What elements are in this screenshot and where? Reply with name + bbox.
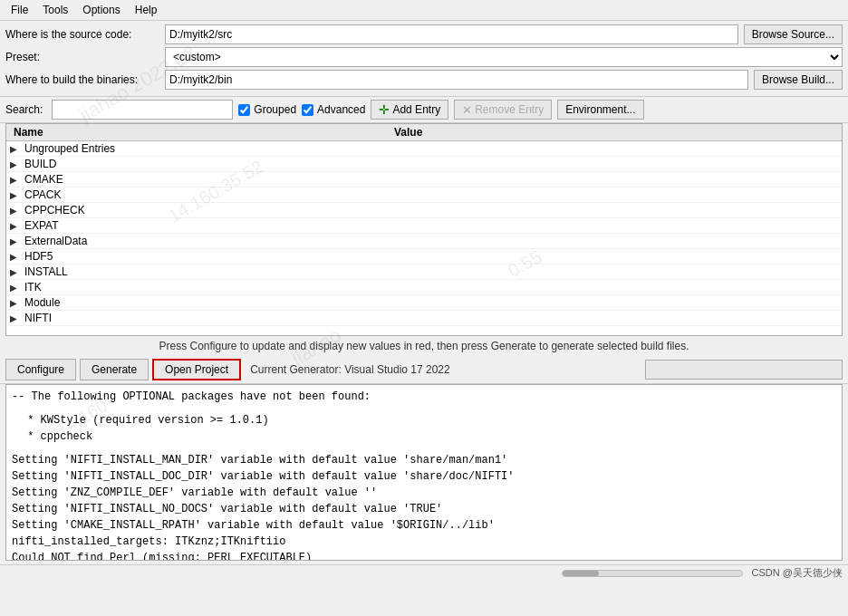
grouped-checkbox[interactable] — [238, 104, 250, 116]
row-name: BUILD — [24, 158, 390, 170]
table-rows: ▶ Ungrouped Entries ▶ BUILD ▶ CMAKE ▶ CP… — [6, 141, 842, 326]
environment-label: Environment... — [565, 103, 635, 116]
table-row[interactable]: ▶ CPACK — [6, 188, 842, 203]
grouped-checkbox-label[interactable]: Grouped — [238, 103, 296, 116]
row-name: Module — [24, 296, 390, 309]
table-row[interactable]: ▶ ExternalData — [6, 234, 842, 249]
table-row[interactable]: ▶ ITK — [6, 280, 842, 295]
tree-arrow: ▶ — [10, 159, 24, 169]
configure-button[interactable]: Configure — [5, 359, 76, 380]
tree-arrow: ▶ — [10, 283, 24, 293]
row-name: HDF5 — [24, 250, 390, 263]
tree-arrow: ▶ — [10, 252, 24, 262]
table-row[interactable]: ▶ Ungrouped Entries — [6, 141, 842, 157]
bottom-bar: CSDN @吴天德少侠 — [0, 564, 848, 581]
remove-entry-button[interactable]: ✕ Remove Entry — [454, 100, 552, 120]
grouped-label: Grouped — [254, 103, 296, 116]
generate-button[interactable]: Generate — [80, 359, 149, 380]
menu-options[interactable]: Options — [75, 2, 127, 18]
row-name: CPPCHECK — [24, 204, 390, 217]
table-header: Name Value — [6, 124, 842, 141]
log-line: Could NOT find Perl (missing: PERL_EXECU… — [12, 550, 836, 561]
log-line: nifti_installed_targets: ITKznz;ITKnifti… — [12, 534, 836, 550]
build-label: Where to build the binaries: — [5, 73, 159, 86]
environment-button[interactable]: Environment... — [557, 100, 643, 120]
tree-arrow: ▶ — [10, 190, 24, 200]
log-line: * KWStyle (required version >= 1.0.1) — [12, 412, 836, 428]
search-label: Search: — [5, 103, 43, 116]
table-row[interactable]: ▶ HDF5 — [6, 249, 842, 265]
menubar: File Tools Options Help — [0, 0, 848, 21]
advanced-checkbox-label[interactable]: Advanced — [302, 103, 365, 116]
col-name-header: Name — [10, 126, 390, 139]
tree-arrow: ▶ — [10, 298, 24, 308]
row-name: INSTALL — [24, 265, 390, 278]
plus-icon: ✛ — [379, 102, 390, 117]
scrollbar-thumb — [563, 571, 599, 576]
form-section: Where is the source code: Browse Source.… — [0, 21, 848, 97]
tree-arrow: ▶ — [10, 313, 24, 323]
build-input[interactable] — [165, 70, 748, 90]
browse-source-button[interactable]: Browse Source... — [744, 24, 843, 44]
table-row[interactable]: ▶ INSTALL — [6, 265, 842, 280]
tree-arrow: ▶ — [10, 221, 24, 231]
tree-arrow: ▶ — [10, 175, 24, 185]
col-value-header: Value — [390, 126, 838, 139]
row-name: CPACK — [24, 188, 390, 201]
row-name: EXPAT — [24, 219, 390, 232]
table-row[interactable]: ▶ BUILD — [6, 157, 842, 172]
search-input[interactable] — [52, 100, 233, 120]
browse-build-button[interactable]: Browse Build... — [754, 70, 843, 90]
advanced-checkbox[interactable] — [302, 104, 313, 116]
entries-table: Name Value ▶ Ungrouped Entries ▶ BUILD ▶… — [5, 123, 843, 336]
remove-entry-label: Remove Entry — [475, 103, 544, 116]
csdn-label: CSDN @吴天德少侠 — [752, 566, 843, 580]
x-icon: ✕ — [462, 103, 472, 117]
log-line: -- The following OPTIONAL packages have … — [12, 389, 836, 405]
row-name: NIFTI — [24, 312, 390, 324]
table-row[interactable]: ▶ NIFTI — [6, 311, 842, 326]
tree-arrow: ▶ — [10, 144, 24, 154]
toolbar: Search: Grouped Advanced ✛ Add Entry ✕ R… — [0, 97, 848, 123]
log-line: Setting 'NIFTI_INSTALL_MAN_DIR' variable… — [12, 452, 836, 468]
table-row[interactable]: ▶ CPPCHECK — [6, 203, 842, 218]
current-generator-label: Current Generator: Visual Studio 17 2022 — [250, 363, 450, 376]
advanced-label: Advanced — [317, 103, 365, 116]
table-row[interactable]: ▶ EXPAT — [6, 218, 842, 234]
add-entry-label: Add Entry — [392, 103, 440, 116]
tree-arrow: ▶ — [10, 236, 24, 246]
row-name: ITK — [24, 281, 390, 294]
tree-arrow: ▶ — [10, 206, 24, 216]
generator-input[interactable] — [645, 360, 843, 380]
log-line — [12, 405, 836, 412]
add-entry-button[interactable]: ✛ Add Entry — [371, 100, 448, 120]
tree-arrow: ▶ — [10, 267, 24, 277]
log-area: -- The following OPTIONAL packages have … — [5, 384, 843, 561]
table-row[interactable]: ▶ CMAKE — [6, 172, 842, 188]
open-project-button[interactable]: Open Project — [152, 359, 241, 380]
row-name: Ungrouped Entries — [24, 142, 390, 155]
source-input[interactable] — [165, 24, 738, 44]
preset-select[interactable]: <custom> — [165, 47, 843, 67]
table-row[interactable]: ▶ Module — [6, 295, 842, 311]
status-hint: Press Configure to update and display ne… — [0, 336, 848, 356]
horizontal-scrollbar[interactable] — [562, 570, 743, 577]
menu-tools[interactable]: Tools — [35, 2, 75, 18]
log-line — [12, 445, 836, 452]
row-name: ExternalData — [24, 235, 390, 247]
menu-help[interactable]: Help — [128, 2, 165, 18]
bottom-buttons: Configure Generate Open Project Current … — [0, 356, 848, 384]
source-label: Where is the source code: — [5, 28, 159, 41]
log-line: Setting 'CMAKE_INSTALL_RPATH' variable w… — [12, 517, 836, 534]
log-line: Setting 'NIFTI_INSTALL_DOC_DIR' variable… — [12, 468, 836, 485]
log-line: Setting 'NIFTI_INSTALL_NO_DOCS' variable… — [12, 501, 836, 517]
preset-label: Preset: — [5, 51, 159, 63]
menu-file[interactable]: File — [4, 2, 35, 18]
row-name: CMAKE — [24, 173, 390, 186]
log-line: * cppcheck — [12, 428, 836, 445]
log-line: Setting 'ZNZ_COMPILE_DEF' variable with … — [12, 485, 836, 501]
